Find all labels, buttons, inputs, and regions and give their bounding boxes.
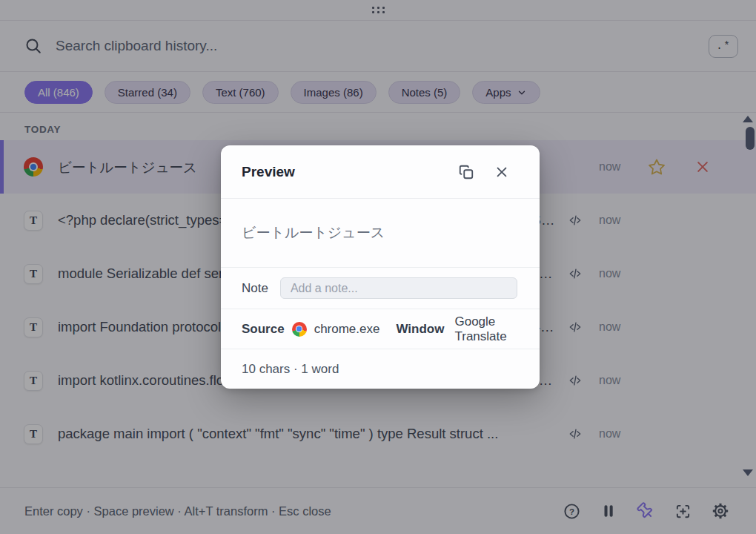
- chrome-icon: [292, 322, 307, 337]
- close-icon: [494, 165, 509, 179]
- source-app: chrome.exe: [314, 322, 380, 337]
- note-label: Note: [242, 281, 268, 296]
- stats-text: 10 chars · 1 word: [221, 349, 540, 389]
- preview-content: ビートルートジュース: [221, 199, 540, 268]
- copy-button[interactable]: [458, 164, 474, 180]
- window-label: Window: [396, 322, 444, 337]
- note-row: Note: [221, 268, 540, 309]
- copy-icon: [458, 164, 474, 180]
- window-value: Google Translate: [454, 314, 519, 344]
- preview-modal: Preview ビートルートジュース Note Source chrome.ex…: [221, 145, 540, 389]
- close-button[interactable]: [494, 165, 509, 179]
- source-label: Source: [242, 322, 285, 337]
- source-row: Source chrome.exe Window Google Translat…: [221, 309, 540, 349]
- modal-header: Preview: [221, 145, 540, 199]
- modal-title: Preview: [242, 164, 458, 180]
- note-input[interactable]: [280, 277, 517, 299]
